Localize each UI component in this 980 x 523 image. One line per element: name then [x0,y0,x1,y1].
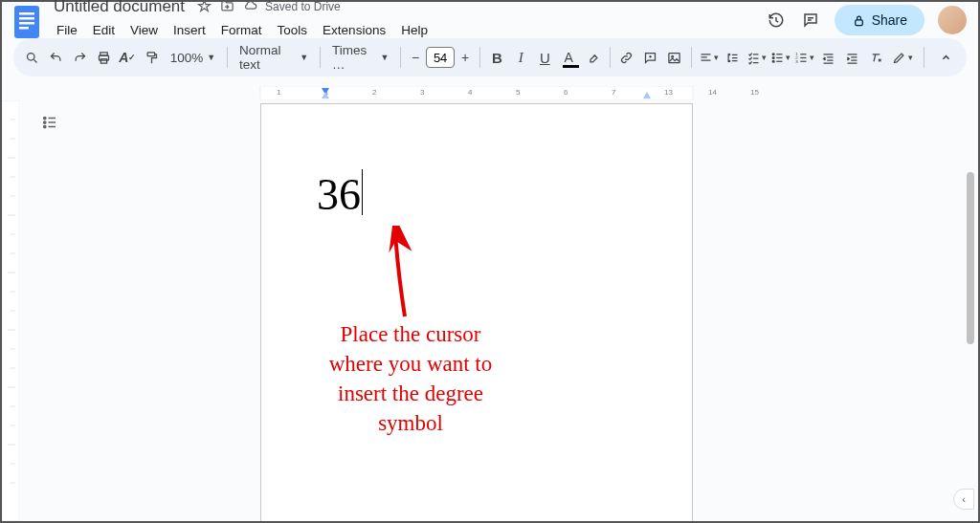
ruler-horizontal[interactable]: 112 345 6713 1415 [34,86,963,100]
menu-extensions[interactable]: Extensions [316,19,392,41]
svg-rect-4 [19,27,29,30]
drive-status: Saved to Drive [265,0,341,13]
numbered-list-icon[interactable]: 123▾ [793,44,815,71]
svg-rect-2 [19,17,34,20]
indent-increase-icon[interactable] [841,44,863,71]
separator [924,47,924,68]
svg-rect-1 [19,12,34,15]
workspace: 112 345 6713 1415 [2,86,978,521]
svg-rect-3 [19,22,34,25]
svg-point-56 [44,121,46,123]
paint-format-icon[interactable] [141,44,163,71]
separator [610,47,611,68]
svg-point-15 [772,60,774,62]
history-icon[interactable] [766,10,787,31]
clear-format-icon[interactable] [865,44,887,71]
svg-point-6 [27,53,34,60]
cloud-icon[interactable] [242,0,257,14]
svg-text:15: 15 [750,88,759,97]
star-icon[interactable] [196,0,212,14]
svg-point-13 [772,53,774,54]
scrollbar-thumb[interactable] [967,172,974,344]
text-content: 36 [317,170,361,219]
undo-icon[interactable] [45,44,67,71]
search-icon[interactable] [21,44,43,71]
align-icon[interactable]: ▾ [698,44,720,71]
menu-file[interactable]: File [50,19,84,41]
svg-text:14: 14 [708,88,717,97]
bold-icon[interactable]: B [486,44,508,71]
text-color-icon[interactable]: A [558,44,580,71]
docs-logo-icon[interactable] [13,5,40,39]
menu-view[interactable]: View [123,19,165,41]
svg-text:6: 6 [564,88,568,97]
comment-icon[interactable] [800,10,821,31]
collapse-toolbar-icon[interactable] [932,44,959,71]
font-size-input[interactable] [426,47,455,68]
link-icon[interactable] [616,44,638,71]
underline-icon[interactable]: U [534,44,556,71]
add-comment-icon[interactable] [639,44,661,71]
indent-decrease-icon[interactable] [817,44,839,71]
share-button[interactable]: Share [835,5,924,35]
document-title[interactable]: Untitled document [50,0,189,17]
annotation-arrow [381,226,419,321]
ruler-vertical[interactable] [2,100,19,521]
editing-mode-icon[interactable]: ▾ [889,44,916,71]
move-icon[interactable] [219,0,234,14]
svg-point-14 [772,56,774,58]
svg-text:1: 1 [277,88,281,97]
text-cursor [362,169,363,215]
svg-point-55 [44,117,46,119]
svg-text:3: 3 [420,88,425,97]
menu-help[interactable]: Help [394,19,434,41]
print-icon[interactable] [93,44,115,71]
app-window: { "header": { "doc_title": "Untitled doc… [0,0,980,523]
svg-point-57 [44,125,46,127]
font-size-increase[interactable]: + [457,47,474,68]
line-spacing-icon[interactable] [722,44,744,71]
separator [691,47,692,68]
menu-tools[interactable]: Tools [271,19,315,41]
menu-insert[interactable]: Insert [167,19,212,41]
menu-format[interactable]: Format [214,19,269,41]
font-select[interactable]: Times …▼ [326,43,394,72]
svg-text:5: 5 [516,88,521,97]
insert-image-icon[interactable] [663,44,685,71]
header-right: Share [766,5,967,35]
svg-text:4: 4 [468,88,473,97]
separator [479,47,480,68]
redo-icon[interactable] [69,44,91,71]
title-area: Untitled document Saved to Drive File Ed… [50,0,766,43]
document-page[interactable]: 36 [260,103,693,521]
style-select[interactable]: Normal text▼ [234,43,314,72]
highlight-icon[interactable] [582,44,604,71]
svg-point-12 [672,55,674,57]
scrollbar-vertical[interactable] [967,172,976,492]
annotation-text: Place the cursor where you want to inser… [281,319,540,438]
font-size-control: − + [407,47,474,68]
svg-text:2: 2 [372,88,377,97]
outline-toggle-icon[interactable] [38,111,61,134]
zoom-select[interactable]: 100%▼ [165,51,221,65]
menu-edit[interactable]: Edit [86,19,122,41]
svg-text:7: 7 [612,88,616,97]
lock-icon [852,13,866,28]
separator [320,47,321,68]
page-area: 36 Place the cursor where you want to in… [34,103,963,521]
title-bar: Untitled document Saved to Drive File Ed… [2,2,978,31]
svg-text:3: 3 [795,58,798,63]
italic-icon[interactable]: I [510,44,532,71]
checklist-icon[interactable]: ▾ [746,44,768,71]
bullet-list-icon[interactable]: ▾ [769,44,791,71]
separator [227,47,228,68]
share-label: Share [872,12,907,28]
spellcheck-icon[interactable]: A✓ [117,44,139,71]
separator [400,47,401,68]
toolbar: A✓ 100%▼ Normal text▼ Times …▼ − + B I U… [13,38,967,76]
menu-bar: File Edit View Insert Format Tools Exten… [50,17,766,43]
user-avatar[interactable] [938,6,967,34]
document-content[interactable]: 36 [317,169,363,220]
font-size-decrease[interactable]: − [407,47,424,68]
svg-text:13: 13 [664,88,673,97]
